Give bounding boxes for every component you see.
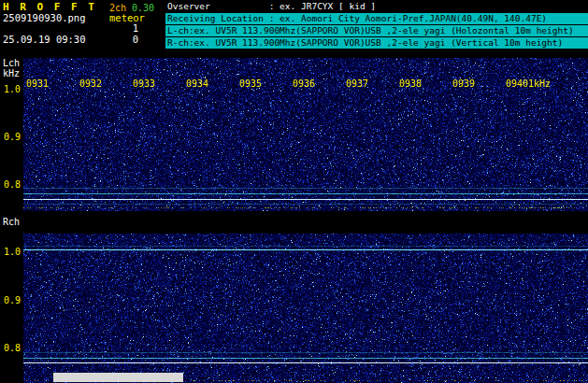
time-label: 0939 (452, 78, 475, 89)
time-label: 0931 (26, 78, 49, 89)
time-label: 0938 (399, 78, 422, 89)
lch-tick-label: 0.8 (4, 179, 21, 190)
lch-tick-label: 0.9 (4, 132, 21, 142)
rch-tick-label: 0.9 (4, 295, 21, 305)
meteor-count-total: 0 (109, 35, 138, 45)
freq-unit-label: kHz (3, 68, 20, 78)
location-line: Receiving Location : ex. Aomori City Aom… (165, 13, 588, 24)
time-label: 0935 (239, 78, 262, 89)
lch-axis-label: Lch (3, 58, 20, 68)
meteor-label: meteor (109, 13, 145, 23)
time-label: 0937 (346, 78, 368, 89)
meteor-count-long: 1 (109, 23, 138, 34)
time-label: 0940 (506, 78, 528, 89)
lch-tick-label: 1.0 (4, 84, 21, 94)
observer-line: Ovserver : ex. JR7CYX [ kid ] (165, 1, 588, 12)
time-label: 0933 (133, 78, 155, 89)
rch-tick-label: 0.8 (4, 343, 21, 353)
rch-config-line: R-ch:ex. UV5R 113.900Mhz(SAPPORO VOR)USB… (165, 37, 588, 49)
progress-bar (53, 373, 183, 382)
lch-config-line: L-ch:ex. UV5R 113.900Mhz(SAPPORO VOR)USB… (165, 25, 588, 36)
datetime-label: 25.09.19 09:30 (3, 35, 86, 45)
time-label: 0936 (293, 78, 315, 89)
time-label: 0932 (79, 78, 102, 89)
app-title: H R O F F T (3, 2, 96, 12)
rch-tick-label: 1.0 (4, 247, 21, 257)
station-info-block: Ovserver : ex. JR7CYX [ kid ] Receiving … (165, 1, 588, 50)
freq-edge-label: 1kHz (528, 78, 551, 89)
rch-spectrogram (23, 234, 588, 383)
rch-axis-label: Rch (3, 217, 20, 227)
hrofft-window: H R O F F T 2ch 0.30 2509190930.png mete… (0, 0, 588, 383)
output-filename: 2509190930.png (3, 13, 86, 23)
time-label: 0934 (186, 78, 208, 89)
